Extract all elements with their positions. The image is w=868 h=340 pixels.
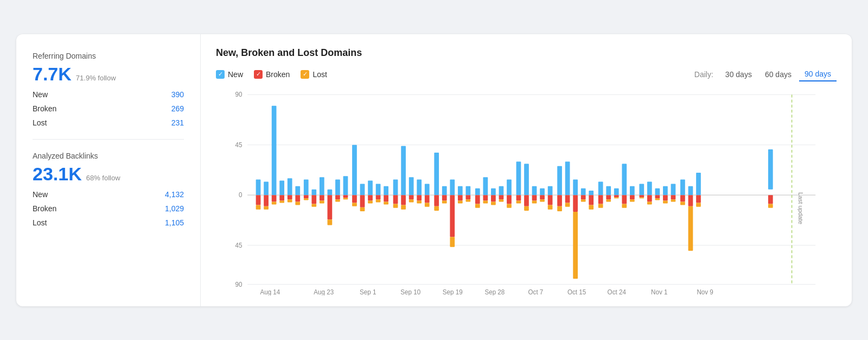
svg-rect-109 — [516, 195, 521, 200]
svg-rect-77 — [425, 203, 430, 206]
period-controls: Daily: 30 days 60 days 90 days — [694, 67, 837, 81]
svg-rect-175 — [696, 195, 701, 203]
svg-rect-44 — [335, 199, 340, 202]
svg-rect-98 — [483, 200, 488, 203]
svg-rect-179 — [768, 204, 773, 207]
svg-rect-132 — [581, 188, 586, 194]
svg-rect-69 — [409, 177, 414, 195]
svg-rect-143 — [606, 199, 611, 202]
svg-rect-30 — [304, 179, 309, 195]
svg-rect-155 — [639, 197, 644, 198]
analyzed-backlinks-value: 23.1K 68% follow — [33, 163, 184, 185]
svg-rect-87 — [458, 186, 463, 194]
svg-rect-88 — [458, 195, 463, 200]
svg-rect-78 — [434, 153, 439, 195]
referring-domains-follow: 71.9% follow — [76, 74, 116, 82]
svg-rect-64 — [393, 195, 398, 204]
svg-rect-104 — [499, 199, 504, 202]
svg-rect-55 — [368, 195, 373, 200]
svg-text:Oct 15: Oct 15 — [567, 288, 586, 295]
svg-rect-149 — [622, 204, 627, 207]
svg-rect-118 — [540, 195, 545, 199]
broken-label: Broken — [33, 104, 56, 113]
svg-rect-75 — [425, 184, 430, 195]
svg-rect-32 — [304, 198, 309, 200]
svg-rect-164 — [663, 200, 668, 203]
bl-new-label: New — [33, 190, 48, 199]
svg-rect-95 — [475, 204, 480, 207]
new-value: 390 — [171, 90, 184, 99]
btn-60-days[interactable]: 60 days — [760, 68, 797, 81]
lost-label: Lost — [33, 118, 47, 127]
new-checkbox[interactable]: ✓ — [216, 70, 225, 79]
svg-rect-79 — [434, 195, 439, 206]
svg-rect-154 — [639, 195, 644, 197]
svg-rect-52 — [360, 195, 365, 207]
broken-value: 269 — [171, 104, 184, 113]
svg-rect-19 — [272, 195, 277, 202]
svg-rect-125 — [557, 206, 562, 211]
svg-rect-59 — [376, 199, 381, 202]
svg-rect-84 — [450, 179, 455, 195]
svg-rect-147 — [622, 163, 627, 195]
svg-rect-89 — [458, 200, 463, 203]
svg-rect-142 — [606, 195, 611, 199]
svg-text:45: 45 — [235, 241, 242, 249]
svg-rect-41 — [328, 219, 333, 225]
svg-rect-165 — [671, 184, 676, 195]
svg-text:Sep 10: Sep 10 — [400, 288, 420, 295]
svg-rect-38 — [320, 200, 324, 203]
svg-rect-131 — [573, 211, 578, 278]
svg-rect-167 — [671, 199, 676, 202]
broken-checkbox[interactable]: ✓ — [254, 70, 263, 79]
svg-rect-105 — [507, 179, 512, 195]
svg-rect-169 — [680, 195, 685, 202]
svg-text:Oct 24: Oct 24 — [608, 288, 627, 295]
svg-rect-162 — [663, 186, 668, 194]
bl-lost-label: Lost — [33, 218, 47, 227]
svg-rect-178 — [768, 195, 773, 204]
svg-rect-107 — [507, 204, 512, 207]
svg-rect-168 — [680, 179, 685, 195]
svg-rect-90 — [466, 186, 471, 194]
referring-domains-value: 7.7K 71.9% follow — [33, 64, 184, 85]
svg-rect-31 — [304, 195, 309, 198]
svg-rect-22 — [279, 195, 284, 200]
svg-text:Nov 9: Nov 9 — [697, 288, 713, 295]
svg-text:90: 90 — [235, 280, 242, 288]
svg-text:Nov 1: Nov 1 — [651, 288, 668, 295]
svg-rect-93 — [475, 188, 480, 194]
svg-rect-91 — [466, 195, 471, 199]
svg-rect-36 — [320, 177, 324, 195]
svg-rect-80 — [434, 206, 439, 210]
svg-rect-33 — [311, 189, 316, 194]
svg-rect-63 — [393, 179, 398, 195]
svg-rect-170 — [680, 202, 685, 205]
left-panel: Referring Domains 7.7K 71.9% follow New … — [16, 34, 201, 306]
svg-rect-108 — [516, 161, 521, 195]
svg-rect-24 — [288, 178, 292, 195]
svg-rect-25 — [288, 195, 292, 199]
svg-rect-140 — [598, 204, 603, 207]
svg-rect-129 — [573, 179, 578, 195]
divider — [33, 139, 184, 140]
svg-rect-53 — [360, 207, 365, 211]
lost-checkbox[interactable]: ✓ — [301, 70, 309, 79]
analyzed-backlinks-label: Analyzed Backlinks — [33, 152, 184, 160]
svg-rect-116 — [532, 200, 537, 203]
svg-rect-27 — [295, 186, 300, 194]
btn-30-days[interactable]: 30 days — [720, 68, 757, 81]
svg-rect-134 — [581, 199, 586, 202]
svg-rect-45 — [343, 176, 348, 195]
main-container: Referring Domains 7.7K 71.9% follow New … — [16, 34, 852, 306]
bl-broken-row: Broken 1,029 — [33, 204, 184, 213]
svg-rect-49 — [352, 195, 357, 203]
svg-rect-152 — [630, 199, 635, 202]
btn-90-days[interactable]: 90 days — [799, 67, 837, 81]
svg-rect-171 — [688, 186, 693, 194]
svg-rect-23 — [279, 200, 284, 203]
svg-rect-13 — [256, 195, 261, 205]
svg-rect-61 — [384, 195, 388, 202]
svg-rect-74 — [417, 200, 422, 203]
bl-broken-value: 1,029 — [165, 204, 184, 213]
